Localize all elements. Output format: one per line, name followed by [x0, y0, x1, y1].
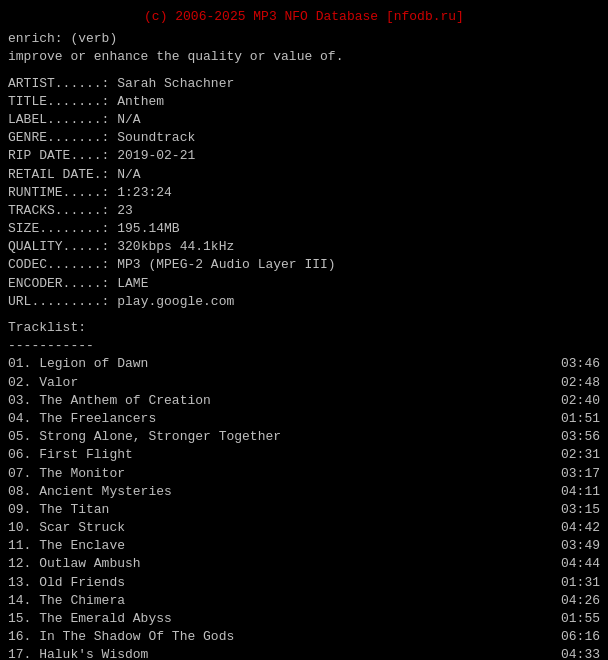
- track-duration: 02:48: [560, 374, 600, 392]
- list-item: 09. The Titan03:15: [8, 501, 600, 519]
- tracks-line: TRACKS......: 23: [8, 202, 600, 220]
- track-number-title: 14. The Chimera: [8, 592, 560, 610]
- track-duration: 04:33: [560, 646, 600, 660]
- track-number-title: 08. Ancient Mysteries: [8, 483, 560, 501]
- rip-date-label: RIP DATE....:: [8, 148, 109, 163]
- track-duration: 01:51: [560, 410, 600, 428]
- quality-line: QUALITY.....: 320kbps 44.1kHz: [8, 238, 600, 256]
- track-duration: 02:40: [560, 392, 600, 410]
- quality-label: QUALITY.....:: [8, 239, 109, 254]
- list-item: 13. Old Friends01:31: [8, 574, 600, 592]
- track-duration: 04:11: [560, 483, 600, 501]
- url-value-text: play.google.com: [117, 294, 234, 309]
- encoder-line: ENCODER.....: LAME: [8, 275, 600, 293]
- list-item: 10. Scar Struck04:42: [8, 519, 600, 537]
- retail-date-label: RETAIL DATE.:: [8, 167, 109, 182]
- list-item: 06. First Flight02:31: [8, 446, 600, 464]
- artist-line: ARTIST......: Sarah Schachner: [8, 75, 600, 93]
- codec-line: CODEC.......: MP3 (MPEG-2 Audio Layer II…: [8, 256, 600, 274]
- artist-value-text: Sarah Schachner: [117, 76, 234, 91]
- tracklist-header-label: Tracklist:: [8, 319, 600, 337]
- rip-date-value-text: 2019-02-21: [117, 148, 195, 163]
- url-label: URL.........:: [8, 294, 109, 309]
- list-item: 01. Legion of Dawn03:46: [8, 355, 600, 373]
- track-duration: 03:46: [560, 355, 600, 373]
- genre-label: GENRE.......:: [8, 130, 109, 145]
- list-item: 07. The Monitor03:17: [8, 465, 600, 483]
- copyright-line: (c) 2006-2025 MP3 NFO Database [nfodb.ru…: [8, 8, 600, 26]
- track-duration: 03:56: [560, 428, 600, 446]
- track-number-title: 05. Strong Alone, Stronger Together: [8, 428, 560, 446]
- track-duration: 02:31: [560, 446, 600, 464]
- track-number-title: 01. Legion of Dawn: [8, 355, 560, 373]
- metadata-section: ARTIST......: Sarah Schachner TITLE.....…: [8, 75, 600, 311]
- retail-date-line: RETAIL DATE.: N/A: [8, 166, 600, 184]
- list-item: 15. The Emerald Abyss01:55: [8, 610, 600, 628]
- track-number-title: 17. Haluk's Wisdom: [8, 646, 560, 660]
- title-line: TITLE.......: Anthem: [8, 93, 600, 111]
- list-item: 03. The Anthem of Creation02:40: [8, 392, 600, 410]
- label-line: LABEL.......: N/A: [8, 111, 600, 129]
- tracklist-divider: -----------: [8, 337, 600, 355]
- track-duration: 03:15: [560, 501, 600, 519]
- encoder-label: ENCODER.....:: [8, 276, 109, 291]
- track-duration: 01:31: [560, 574, 600, 592]
- list-item: 08. Ancient Mysteries04:11: [8, 483, 600, 501]
- list-item: 05. Strong Alone, Stronger Together03:56: [8, 428, 600, 446]
- track-number-title: 06. First Flight: [8, 446, 560, 464]
- list-item: 11. The Enclave03:49: [8, 537, 600, 555]
- size-line: SIZE........: 195.14MB: [8, 220, 600, 238]
- list-item: 17. Haluk's Wisdom04:33: [8, 646, 600, 660]
- title-label: TITLE.......:: [8, 94, 109, 109]
- label-value-text: N/A: [117, 112, 140, 127]
- url-line: URL.........: play.google.com: [8, 293, 600, 311]
- track-number-title: 02. Valor: [8, 374, 560, 392]
- track-duration: 04:44: [560, 555, 600, 573]
- enrich-section: enrich: (verb) improve or enhance the qu…: [8, 30, 600, 66]
- list-item: 14. The Chimera04:26: [8, 592, 600, 610]
- label-label: LABEL.......:: [8, 112, 109, 127]
- list-item: 02. Valor02:48: [8, 374, 600, 392]
- track-duration: 03:17: [560, 465, 600, 483]
- runtime-label: RUNTIME.....:: [8, 185, 109, 200]
- track-number-title: 07. The Monitor: [8, 465, 560, 483]
- track-number-title: 03. The Anthem of Creation: [8, 392, 560, 410]
- retail-date-value-text: N/A: [117, 167, 140, 182]
- track-number-title: 09. The Titan: [8, 501, 560, 519]
- track-duration: 03:49: [560, 537, 600, 555]
- track-number-title: 04. The Freelancers: [8, 410, 560, 428]
- enrich-verb: enrich: (verb): [8, 30, 600, 48]
- list-item: 12. Outlaw Ambush04:44: [8, 555, 600, 573]
- quality-value-text: 320kbps 44.1kHz: [117, 239, 234, 254]
- track-duration: 06:16: [560, 628, 600, 646]
- encoder-value-text: LAME: [117, 276, 148, 291]
- track-number-title: 13. Old Friends: [8, 574, 560, 592]
- runtime-value-text: 1:23:24: [117, 185, 172, 200]
- tracks-label: TRACKS......:: [8, 203, 109, 218]
- track-number-title: 10. Scar Struck: [8, 519, 560, 537]
- size-value-text: 195.14MB: [117, 221, 179, 236]
- codec-label: CODEC.......:: [8, 257, 109, 272]
- rip-date-line: RIP DATE....: 2019-02-21: [8, 147, 600, 165]
- list-item: 16. In The Shadow Of The Gods06:16: [8, 628, 600, 646]
- list-item: 04. The Freelancers01:51: [8, 410, 600, 428]
- runtime-line: RUNTIME.....: 1:23:24: [8, 184, 600, 202]
- tracks-value-text: 23: [117, 203, 133, 218]
- track-number-title: 12. Outlaw Ambush: [8, 555, 560, 573]
- tracks-list: 01. Legion of Dawn03:4602. Valor02:4803.…: [8, 355, 600, 660]
- size-label: SIZE........:: [8, 221, 109, 236]
- track-number-title: 16. In The Shadow Of The Gods: [8, 628, 560, 646]
- tracklist-section: Tracklist: -----------: [8, 319, 600, 355]
- codec-value-text: MP3 (MPEG-2 Audio Layer III): [117, 257, 335, 272]
- genre-value-text: Soundtrack: [117, 130, 195, 145]
- track-number-title: 15. The Emerald Abyss: [8, 610, 560, 628]
- genre-line: GENRE.......: Soundtrack: [8, 129, 600, 147]
- track-number-title: 11. The Enclave: [8, 537, 560, 555]
- enrich-description: improve or enhance the quality or value …: [8, 48, 600, 66]
- track-duration: 04:42: [560, 519, 600, 537]
- track-duration: 01:55: [560, 610, 600, 628]
- track-duration: 04:26: [560, 592, 600, 610]
- title-value-text: Anthem: [117, 94, 164, 109]
- artist-label: ARTIST......:: [8, 76, 109, 91]
